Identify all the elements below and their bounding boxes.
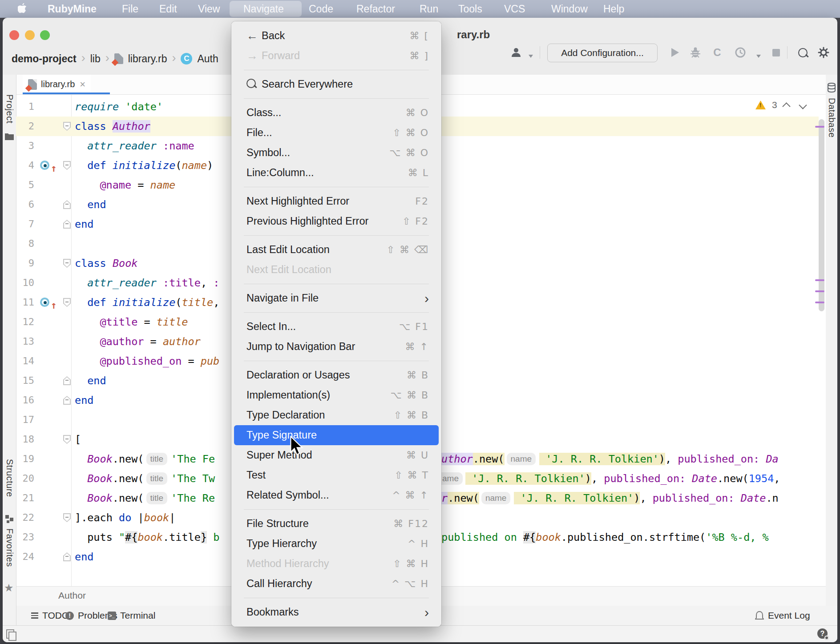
menu-item-select-in[interactable]: Select In...⌥ F1	[234, 317, 439, 337]
fold-marker-icon[interactable]	[63, 513, 71, 522]
structure-icon[interactable]	[5, 515, 13, 523]
search-icon[interactable]	[796, 45, 809, 60]
menubar-item-tools[interactable]: Tools	[458, 0, 482, 18]
code-token	[119, 101, 125, 113]
inspection-widget[interactable]: 3	[755, 98, 806, 112]
folder-icon[interactable]	[5, 133, 14, 140]
menu-item-super-method[interactable]: Super Method⌘ U	[234, 445, 439, 465]
menu-item-implementation-s[interactable]: Implementation(s)⌥ ⌘ B	[234, 385, 439, 405]
menu-item-search-everywhere[interactable]: Search Everywhere	[234, 74, 439, 94]
menu-item-forward[interactable]: →Forward⌘ ]	[234, 46, 439, 66]
menu-item-related-symbol[interactable]: Related Symbol...^ ⌘ ↑	[234, 485, 439, 505]
add-configuration-button[interactable]: Add Configuration...	[547, 44, 658, 62]
menu-item-type-hierarchy[interactable]: Type Hierarchy^ H	[234, 534, 439, 554]
breadcrumb-item-lib[interactable]: lib	[90, 53, 101, 65]
menu-item-back[interactable]: ←Back⌘ [	[234, 26, 439, 46]
fold-marker-icon[interactable]	[63, 200, 71, 209]
menubar-item-file[interactable]: File	[122, 0, 138, 18]
override-marker-icon[interactable]: ↑	[40, 160, 61, 171]
copy-icon[interactable]	[6, 629, 14, 639]
database-icon[interactable]	[827, 83, 836, 93]
error-stripe-mark[interactable]	[815, 126, 824, 128]
zoom-window-button[interactable]	[40, 30, 50, 40]
fold-marker-icon[interactable]	[63, 122, 71, 131]
next-warning-icon[interactable]	[799, 101, 807, 109]
menu-item-shortcut: ^ H	[408, 538, 429, 549]
breadcrumb-item-library-rb[interactable]: library.rb	[128, 53, 167, 65]
menu-item-line-column[interactable]: Line:Column...⌘ L	[234, 163, 439, 183]
menu-item-test[interactable]: Test⇧ ⌘ T	[234, 465, 439, 485]
menu-item-previous-highlighted-error[interactable]: Previous Highlighted Error⇧ F2	[234, 211, 439, 231]
menubar-item-vcs[interactable]: VCS	[504, 0, 525, 18]
menu-item-method-hierarchy[interactable]: Method Hierarchy⇧ ⌘ H	[234, 554, 439, 574]
profiler-icon[interactable]: C	[711, 45, 724, 60]
menubar-item-rubymine[interactable]: RubyMine	[48, 0, 97, 18]
menu-item-file[interactable]: File...⇧ ⌘ O	[234, 123, 439, 143]
fold-marker-icon[interactable]	[63, 552, 71, 561]
menu-item-last-edit-location[interactable]: Last Edit Location⇧ ⌘ ⌫	[234, 240, 439, 260]
code-token: [	[75, 433, 81, 446]
tab-library-rb[interactable]: library.rb ×	[23, 75, 91, 94]
menu-item-type-declaration[interactable]: Type Declaration⇧ ⌘ B	[234, 405, 439, 425]
debug-bug-icon[interactable]	[689, 45, 702, 60]
run-history-clock-icon[interactable]	[734, 45, 747, 60]
stop-icon[interactable]	[769, 45, 783, 60]
menubar-item-view[interactable]: View	[198, 0, 220, 18]
tool-button-event-log[interactable]: Event Log	[755, 606, 810, 625]
menu-item-call-hierarchy[interactable]: Call Hierarchy^ ⌥ H	[234, 574, 439, 594]
menubar-item-help[interactable]: Help	[603, 0, 624, 18]
error-stripe-mark[interactable]	[815, 279, 824, 281]
menubar-item-refactor[interactable]: Refactor	[356, 0, 395, 18]
menubar-item-code[interactable]: Code	[309, 0, 333, 18]
menu-item-jump-to-navigation-bar[interactable]: Jump to Navigation Bar⌘ ↑	[234, 337, 439, 357]
menubar-item-edit[interactable]: Edit	[159, 0, 177, 18]
menu-item-next-highlighted-error[interactable]: Next Highlighted ErrorF2	[234, 191, 439, 211]
menu-item-next-edit-location[interactable]: Next Edit Location	[234, 260, 439, 280]
code-token: initialize	[113, 296, 175, 309]
menu-item-file-structure[interactable]: File Structure⌘ F12	[234, 514, 439, 534]
editor-scrollbar[interactable]	[819, 119, 824, 311]
user-icon[interactable]	[509, 45, 523, 60]
context-breadcrumb[interactable]: Author	[58, 590, 86, 601]
menubar-item-window[interactable]: Window	[551, 0, 588, 18]
menu-item-declaration-or-usages[interactable]: Declaration or Usages⌘ B	[234, 365, 439, 385]
tool-button-terminal[interactable]: >_ Terminal	[108, 606, 155, 625]
tool-button-database[interactable]: Database	[827, 98, 837, 138]
help-icon[interactable]: ?	[817, 628, 828, 639]
tool-button-structure[interactable]: Structure	[4, 459, 15, 497]
gear-icon[interactable]	[817, 45, 830, 60]
code-token: end	[87, 198, 106, 211]
tool-button-project[interactable]: Project	[4, 94, 15, 124]
fold-marker-icon[interactable]	[63, 435, 71, 444]
fold-marker-icon[interactable]	[63, 161, 71, 170]
star-icon[interactable]: ★	[4, 582, 14, 594]
breadcrumb-item-auth[interactable]: Auth	[197, 53, 218, 65]
apple-menu-icon[interactable]	[18, 0, 28, 18]
tab-close-icon[interactable]: ×	[80, 80, 85, 89]
menu-item-class[interactable]: Class...⌘ O	[234, 103, 439, 123]
tool-button-favorites[interactable]: Favorites	[4, 528, 15, 567]
fold-marker-icon[interactable]	[63, 298, 71, 307]
minimize-window-button[interactable]	[25, 30, 35, 40]
fold-marker-icon[interactable]	[63, 396, 71, 405]
menu-item-navigate-in-file[interactable]: Navigate in File›	[234, 288, 439, 308]
prev-warning-icon[interactable]	[782, 102, 790, 110]
code-token	[539, 453, 545, 465]
run-dropdown-caret-icon[interactable]	[752, 49, 765, 63]
error-stripe-mark[interactable]	[815, 290, 824, 292]
fold-marker-icon[interactable]	[63, 259, 71, 268]
breadcrumb-item-demo-project[interactable]: demo-project	[12, 53, 77, 65]
menubar-item-run[interactable]: Run	[420, 0, 438, 18]
error-stripe-mark[interactable]	[815, 302, 824, 303]
menubar-item-navigate[interactable]: Navigate	[243, 0, 284, 18]
close-window-button[interactable]	[9, 30, 19, 40]
user-dropdown-caret-icon[interactable]	[524, 49, 537, 63]
menu-item-bookmarks[interactable]: Bookmarks›	[234, 602, 439, 622]
fold-marker-icon[interactable]	[63, 220, 71, 229]
fold-marker-icon[interactable]	[63, 376, 71, 385]
menu-item-symbol[interactable]: Symbol...⌥ ⌘ O	[234, 143, 439, 163]
run-play-icon[interactable]	[668, 45, 682, 60]
tool-button-todo[interactable]: TODO	[31, 606, 69, 625]
menu-item-type-signature[interactable]: Type Signature	[234, 425, 439, 445]
override-marker-icon[interactable]: ↑	[40, 297, 61, 308]
